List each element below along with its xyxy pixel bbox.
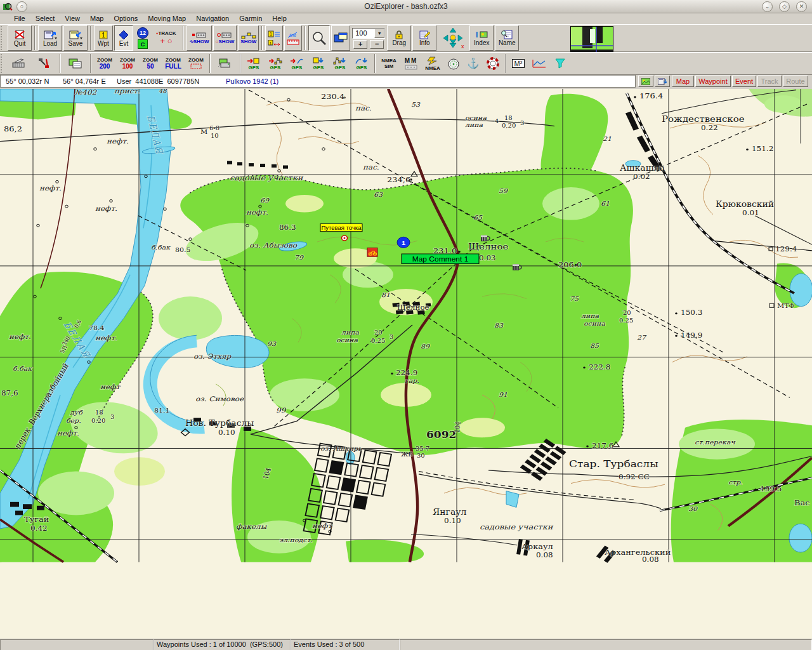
map-comment-label[interactable]: Map Comment 1 — [402, 254, 479, 263]
map-label: 20 — [374, 329, 383, 336]
menu-garmin[interactable]: Garmin — [234, 13, 267, 23]
map-label: факелы — [236, 523, 267, 531]
map-label: 6-8 — [209, 125, 219, 131]
lifebuoy-button[interactable] — [483, 53, 502, 74]
print-button[interactable] — [213, 53, 237, 74]
waypoint-marker[interactable] — [342, 235, 348, 241]
load-button[interactable]: Load — [38, 25, 62, 51]
map-label: Ашкашла — [620, 164, 665, 173]
name-search-button[interactable]: Name — [495, 25, 519, 51]
event-bike-icon[interactable] — [367, 248, 377, 257]
save-position-button[interactable] — [655, 76, 670, 87]
show-points-button[interactable]: SHOW — [238, 25, 259, 51]
menu-navigation[interactable]: Navigation — [191, 13, 234, 23]
tools-button[interactable] — [33, 53, 57, 74]
drag-button[interactable]: Drag — [387, 25, 411, 51]
gps-upload-route-button[interactable]: GPS — [287, 53, 307, 74]
zoom-100-button[interactable]: ZOOM 100 — [117, 53, 138, 74]
menu-select[interactable]: Select — [30, 13, 60, 23]
map-label: 59 — [499, 187, 509, 194]
index-button[interactable]: I Index — [469, 25, 494, 51]
compass-button[interactable] — [444, 53, 463, 74]
nmea-button[interactable]: NMEA — [422, 53, 443, 74]
profile-button[interactable] — [529, 53, 549, 74]
gps-upload-track-button[interactable]: GPS — [265, 53, 285, 74]
copy-map-image-button[interactable] — [63, 53, 88, 74]
mm-ruler-icon — [405, 65, 417, 70]
line-tool-icon: line — [287, 31, 299, 39]
gps-upload-wpt-button[interactable]: GPS — [244, 53, 264, 74]
zoom-level-select[interactable]: 100 ▼ — [352, 28, 385, 39]
waypoint-mode-button[interactable]: Waypoint — [695, 76, 731, 87]
track-controls[interactable]: ▪TRACK + ○ — [152, 25, 180, 51]
map-label: эл.подст. — [279, 536, 313, 543]
event-number-badge[interactable]: 1 — [397, 237, 410, 248]
toolbar-handle[interactable] — [1, 26, 6, 50]
status-empty-right — [400, 639, 812, 650]
profile-chart-icon — [532, 58, 547, 69]
pan-arrows[interactable]: x — [438, 25, 468, 51]
map-label: Стар. Турбаслы — [569, 458, 658, 470]
quit-button[interactable]: Quit — [8, 25, 32, 51]
menu-help[interactable]: Help — [267, 13, 292, 23]
map-label: 20 — [623, 309, 631, 315]
map-label: 0,20 — [502, 123, 516, 129]
svg-text:Map Comment 1: Map Comment 1 — [412, 255, 469, 262]
waypoint-toggle[interactable]: 1 Wpt — [94, 25, 113, 51]
zoom-out-button[interactable]: − — [370, 40, 384, 49]
magnify-button[interactable] — [308, 25, 330, 51]
gps-download-wpt-button[interactable]: GPS — [308, 53, 329, 74]
svg-text:1: 1 — [402, 239, 405, 246]
event-mode-button[interactable]: Event — [732, 76, 756, 87]
zoom-50-button[interactable]: ZOOM 50 — [140, 53, 161, 74]
map-label: осина — [584, 320, 606, 327]
maximize-button[interactable]: ◇ — [779, 1, 790, 12]
map-label: 85 — [590, 342, 600, 349]
filter-button[interactable] — [551, 53, 570, 74]
checklist-button[interactable] — [8, 53, 32, 74]
line-ruler-button[interactable]: line — [284, 25, 302, 51]
nmea-sim-button[interactable]: NMEA SIM — [378, 53, 400, 74]
name-search-icon — [501, 30, 513, 39]
map-label: Вас — [794, 499, 810, 507]
waypoint-label[interactable]: Путевая точка — [320, 224, 362, 232]
map-label: 217.6 — [592, 442, 613, 449]
info-button[interactable]: Info — [412, 25, 436, 51]
moving-map-button[interactable]: MM — [401, 53, 421, 74]
zoom-200-button[interactable]: ZOOM 200 — [94, 53, 115, 74]
map-label: Архангельский — [605, 548, 671, 557]
route-mode-button[interactable]: Route — [783, 76, 808, 87]
wpt-number-badges[interactable]: 12 C — [134, 25, 151, 51]
m2-button[interactable]: M² — [509, 53, 528, 74]
track-mode-button[interactable]: Track — [757, 76, 782, 87]
menu-map[interactable]: Map — [85, 13, 108, 23]
zoom-in-button[interactable]: + — [353, 40, 367, 49]
map-label: б.бак — [151, 244, 171, 251]
zoom-level-value: 100 — [355, 29, 367, 37]
menu-options[interactable]: Options — [108, 13, 143, 23]
event-toggle[interactable]: Evt — [114, 25, 133, 51]
screenshot-button[interactable] — [638, 76, 653, 87]
map-canvas[interactable]: №402прист.48230.4пас.53осиналипа4180,203… — [0, 89, 812, 639]
close-button[interactable]: ✕ — [796, 1, 807, 12]
show-waypoints-button[interactable]: ∿SHOW — [187, 25, 212, 51]
minimize-button[interactable]: ⌄ — [762, 1, 773, 12]
map-label: 222.8 — [589, 363, 610, 371]
anchor-button[interactable]: ⚓ — [464, 53, 482, 74]
menu-moving-map[interactable]: Moving Map — [143, 13, 191, 23]
map-windows-button[interactable] — [331, 25, 350, 51]
toolbar-handle-2[interactable] — [1, 54, 6, 73]
zoom-rect-button[interactable]: ZOOM — [185, 53, 207, 74]
menu-view[interactable]: View — [60, 13, 85, 23]
chevron-down-icon[interactable]: ▼ — [374, 29, 384, 38]
show-events-button[interactable]: ○SHOW — [213, 25, 237, 51]
save-button[interactable]: Save — [63, 25, 88, 51]
wpt-list-button[interactable]: 1 1 — [265, 25, 283, 51]
status-empty-left — [0, 639, 154, 650]
gps-download-track-button[interactable]: GPS — [330, 53, 350, 74]
map-mode-button[interactable]: Map — [672, 76, 694, 87]
map-label: 18 — [504, 115, 513, 121]
menu-file[interactable]: File — [9, 13, 30, 23]
zoom-full-button[interactable]: ZOOM FULL — [162, 53, 184, 74]
gps-download-route-button[interactable]: GPS — [351, 53, 372, 74]
